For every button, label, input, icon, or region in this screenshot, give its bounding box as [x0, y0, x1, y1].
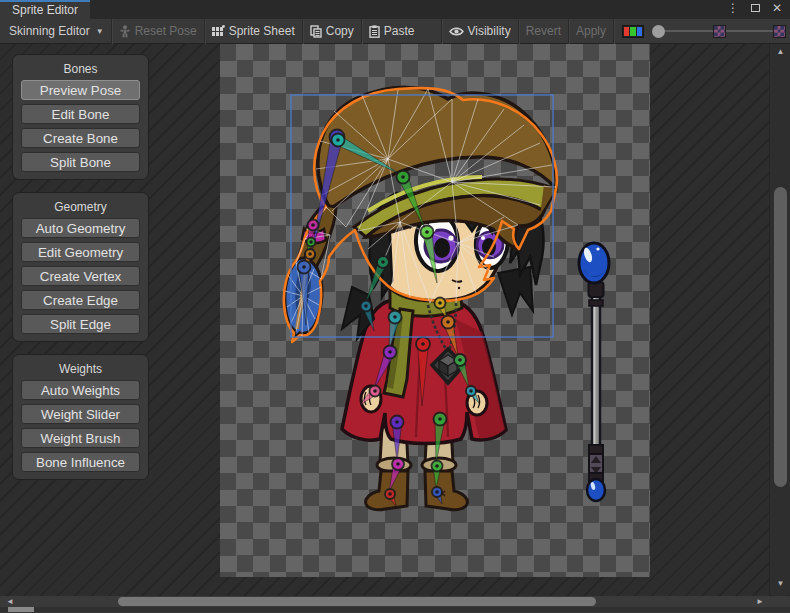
- revert-button[interactable]: Revert: [519, 19, 568, 44]
- weight-brush-button[interactable]: Weight Brush: [21, 428, 140, 448]
- menu-icon[interactable]: ⋮: [727, 1, 739, 15]
- slider-track[interactable]: [726, 30, 774, 32]
- scroll-left-arrow[interactable]: ◄: [6, 596, 14, 607]
- reset-pose-label: Reset Pose: [135, 24, 197, 38]
- visibility-button[interactable]: Visibility: [442, 19, 518, 44]
- create-vertex-button[interactable]: Create Vertex: [21, 266, 140, 286]
- mode-dropdown[interactable]: Skinning Editor ▼: [2, 19, 111, 44]
- eye-icon: [449, 26, 464, 37]
- scroll-down-arrow[interactable]: ▼: [770, 580, 790, 588]
- edit-bone-button[interactable]: Edit Bone: [21, 104, 140, 124]
- split-bone-button[interactable]: Split Bone: [21, 152, 140, 172]
- bone-influence-button[interactable]: Bone Influence: [21, 452, 140, 472]
- panel-geometry: Geometry Auto Geometry Edit Geometry Cre…: [12, 192, 149, 342]
- slider-handle[interactable]: [652, 25, 665, 38]
- create-bone-button[interactable]: Create Bone: [21, 128, 140, 148]
- swatch-red-bar: [624, 27, 629, 36]
- toolbar: Skinning Editor ▼ Reset Pose Sprite Shee…: [0, 19, 790, 44]
- maximize-icon[interactable]: [751, 4, 760, 12]
- sprite-opacity-icon: [713, 25, 726, 38]
- panel-bones: Bones Preview Pose Edit Bone Create Bone…: [12, 54, 149, 180]
- editor-content: Bones Preview Pose Edit Bone Create Bone…: [0, 44, 790, 612]
- horizontal-scroll-thumb[interactable]: [118, 597, 596, 606]
- pose-person-icon: [119, 25, 131, 38]
- staff-sprite[interactable]: [579, 243, 609, 501]
- apply-label: Apply: [576, 24, 606, 38]
- sprite-sheet-grid-icon: [212, 25, 225, 37]
- mesh-opacity-icon: [773, 25, 786, 38]
- tab-title: Sprite Editor: [12, 3, 78, 17]
- split-edge-button[interactable]: Split Edge: [21, 314, 140, 334]
- panel-weights-title: Weights: [21, 362, 140, 376]
- opacity-slider: [652, 25, 786, 38]
- vertical-scroll-thumb[interactable]: [774, 187, 787, 487]
- close-icon[interactable]: ✕: [772, 1, 782, 15]
- paste-label: Paste: [384, 24, 415, 38]
- panel-bones-title: Bones: [21, 62, 140, 76]
- panel-weights: Weights Auto Weights Weight Slider Weigh…: [12, 354, 149, 480]
- horizontal-scrollbar[interactable]: ◄ ►: [0, 596, 790, 607]
- tab-sprite-editor[interactable]: Sprite Editor: [0, 0, 90, 19]
- window-bottom-edge: [0, 607, 790, 612]
- scroll-up-arrow[interactable]: ▲: [770, 48, 790, 56]
- mode-dropdown-label: Skinning Editor: [9, 24, 90, 38]
- copy-button[interactable]: Copy: [303, 19, 361, 44]
- paste-icon: [369, 25, 380, 38]
- copy-icon: [310, 25, 322, 38]
- auto-geometry-button[interactable]: Auto Geometry: [21, 218, 140, 238]
- swatch-blue-bar: [637, 27, 642, 36]
- apply-button[interactable]: Apply: [569, 19, 613, 44]
- window-controls: ⋮ ✕: [727, 1, 782, 15]
- color-swatch-button[interactable]: [622, 25, 644, 38]
- revert-label: Revert: [526, 24, 561, 38]
- chevron-down-icon: ▼: [96, 27, 104, 36]
- copy-label: Copy: [326, 24, 354, 38]
- auto-weights-button[interactable]: Auto Weights: [21, 380, 140, 400]
- reset-pose-button[interactable]: Reset Pose: [112, 19, 204, 44]
- tab-bar: Sprite Editor ⋮ ✕: [0, 0, 790, 19]
- sprite-sheet-label: Sprite Sheet: [229, 24, 295, 38]
- paste-button[interactable]: Paste: [362, 19, 422, 44]
- toolbar-separator: [613, 19, 614, 44]
- sprite-artwork: [220, 44, 650, 577]
- create-edge-button[interactable]: Create Edge: [21, 290, 140, 310]
- preview-pose-button[interactable]: Preview Pose: [21, 80, 140, 100]
- swatch-green-bar: [630, 27, 635, 36]
- sprite-canvas[interactable]: [220, 44, 650, 577]
- vertical-scrollbar[interactable]: ▲ ▼: [769, 44, 790, 595]
- weight-slider-button[interactable]: Weight Slider: [21, 404, 140, 424]
- bottom-left-grip: [8, 607, 34, 612]
- edit-geometry-button[interactable]: Edit Geometry: [21, 242, 140, 262]
- sprite-sheet-button[interactable]: Sprite Sheet: [205, 19, 302, 44]
- slider-track[interactable]: [665, 30, 713, 32]
- scroll-right-arrow[interactable]: ►: [756, 596, 764, 607]
- visibility-label: Visibility: [468, 24, 511, 38]
- panel-geometry-title: Geometry: [21, 200, 140, 214]
